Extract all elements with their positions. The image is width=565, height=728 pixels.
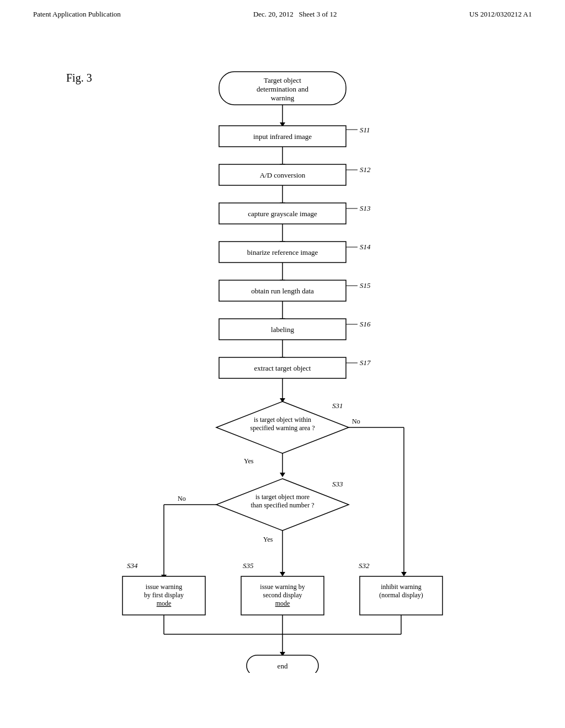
svg-text:No: No <box>352 417 360 425</box>
svg-text:S11: S11 <box>360 126 370 134</box>
flowchart: Target object determination and warning … <box>89 66 476 673</box>
svg-text:S35: S35 <box>243 561 254 570</box>
svg-text:Yes: Yes <box>244 457 254 465</box>
svg-text:(normal display): (normal display) <box>379 591 423 599</box>
header-left: Patent Application Publication <box>33 10 121 19</box>
svg-text:is target object more: is target object more <box>255 493 310 501</box>
header-center: Dec. 20, 2012 Sheet 3 of 12 <box>253 10 337 19</box>
svg-text:end: end <box>278 662 288 670</box>
svg-text:than specified number ?: than specified number ? <box>251 501 315 509</box>
svg-text:by first display: by first display <box>144 591 184 599</box>
header-patent: US 2012/0320212 A1 <box>470 10 532 19</box>
svg-text:S17: S17 <box>360 358 371 367</box>
svg-text:input infrared image: input infrared image <box>253 132 312 141</box>
svg-text:determination and: determination and <box>257 85 309 93</box>
svg-text:S14: S14 <box>360 243 371 251</box>
svg-text:second display: second display <box>263 591 302 599</box>
svg-text:S31: S31 <box>332 402 343 410</box>
svg-text:S32: S32 <box>359 561 370 570</box>
svg-text:S33: S33 <box>332 480 343 488</box>
svg-text:S15: S15 <box>360 281 371 290</box>
svg-marker-58 <box>280 473 285 477</box>
svg-text:S12: S12 <box>360 165 371 174</box>
svg-text:A/D conversion: A/D conversion <box>260 171 306 179</box>
svg-text:inhibit warning: inhibit warning <box>381 583 422 591</box>
svg-text:Target object: Target object <box>264 76 301 84</box>
svg-text:is target object within: is target object within <box>254 416 311 424</box>
svg-text:No: No <box>178 495 186 502</box>
svg-marker-55 <box>401 572 407 576</box>
svg-text:issue warning: issue warning <box>146 583 182 591</box>
header: Patent Application Publication Dec. 20, … <box>0 0 565 19</box>
svg-text:Yes: Yes <box>263 536 273 543</box>
svg-text:warning: warning <box>271 94 295 102</box>
svg-text:extract target object: extract target object <box>254 364 311 372</box>
svg-text:capture grayscale image: capture grayscale image <box>248 210 317 218</box>
svg-text:mode: mode <box>275 599 290 607</box>
svg-text:mode: mode <box>157 599 172 607</box>
svg-text:obtain run length data: obtain run length data <box>251 287 314 295</box>
figure-label: Fig. 3 <box>66 72 92 84</box>
svg-text:S13: S13 <box>360 204 371 212</box>
svg-text:binarize reference image: binarize reference image <box>247 248 318 256</box>
svg-text:S16: S16 <box>360 320 371 328</box>
svg-text:labeling: labeling <box>271 325 294 334</box>
svg-text:issue warning by: issue warning by <box>260 583 305 591</box>
svg-text:specified warning area ?: specified warning area ? <box>250 424 315 432</box>
svg-text:S34: S34 <box>127 561 138 570</box>
svg-marker-69 <box>280 572 285 576</box>
